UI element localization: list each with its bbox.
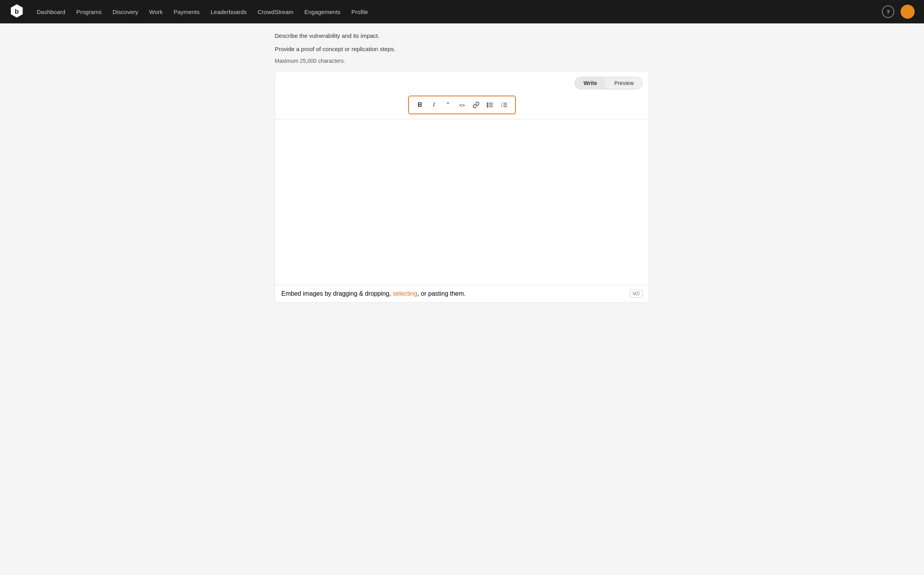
markdown-badge: MD [630, 290, 643, 298]
nav-item-leaderboards[interactable]: Leaderboards [206, 5, 252, 18]
nav-item-work[interactable]: Work [144, 5, 167, 18]
help-button[interactable]: ? [882, 5, 894, 18]
svg-text:b: b [15, 8, 19, 15]
preview-tab-button[interactable]: Preview [606, 77, 642, 89]
toolbar-inner: B I “ <> [408, 96, 516, 114]
navbar-actions: ? [882, 5, 915, 19]
description-line2: Provide a proof of concept or replicatio… [275, 44, 649, 54]
svg-text:3.: 3. [501, 105, 503, 108]
nav-item-programs[interactable]: Programs [71, 5, 106, 18]
main-content: Describe the vulnerability and its impac… [189, 0, 735, 303]
write-preview-toggle: Write Preview [574, 77, 643, 89]
quote-button[interactable]: “ [442, 99, 454, 111]
write-tab-button[interactable]: Write [575, 77, 606, 89]
footer-selecting-link[interactable]: selecting [393, 290, 418, 297]
svg-point-7 [487, 106, 488, 107]
bold-button[interactable]: B [414, 99, 426, 111]
nav-item-profile[interactable]: Profile [347, 5, 373, 18]
svg-point-6 [487, 105, 488, 105]
editor-textarea[interactable] [275, 119, 649, 283]
ordered-list-button[interactable]: 1. 2. 3. [498, 99, 510, 111]
nav-item-payments[interactable]: Payments [169, 5, 204, 18]
footer-text-before-link: Embed images by dragging & dropping, [281, 290, 393, 297]
svg-point-5 [487, 103, 488, 103]
italic-button[interactable]: I [428, 99, 440, 111]
editor-footer: Embed images by dragging & dropping, sel… [275, 285, 649, 302]
unordered-list-button[interactable] [484, 99, 496, 111]
link-button[interactable] [470, 99, 482, 111]
user-avatar-button[interactable] [901, 5, 915, 19]
logo[interactable]: b [9, 4, 32, 20]
md-badge-label: MD [633, 291, 640, 296]
code-button[interactable]: <> [456, 99, 468, 111]
editor-toolbar-wrapper: B I “ <> [275, 92, 649, 119]
nav-item-engagements[interactable]: Engagements [300, 5, 345, 18]
footer-text-after-link: , or pasting them. [418, 290, 466, 297]
footer-text: Embed images by dragging & dropping, sel… [281, 290, 466, 297]
editor-body [275, 119, 649, 285]
description-line1: Describe the vulnerability and its impac… [275, 31, 649, 41]
editor-container: Write Preview B I “ <> [275, 71, 649, 303]
navbar: b Dashboard Programs Discovery Work Paym… [0, 0, 924, 23]
nav-item-crowdstream[interactable]: CrowdStream [253, 5, 298, 18]
max-chars-text: Maximum 25,000 characters. [275, 58, 649, 64]
nav-item-dashboard[interactable]: Dashboard [32, 5, 70, 18]
nav-item-discovery[interactable]: Discovery [108, 5, 143, 18]
navbar-nav: Dashboard Programs Discovery Work Paymen… [32, 5, 882, 18]
editor-tabs: Write Preview [275, 71, 649, 92]
